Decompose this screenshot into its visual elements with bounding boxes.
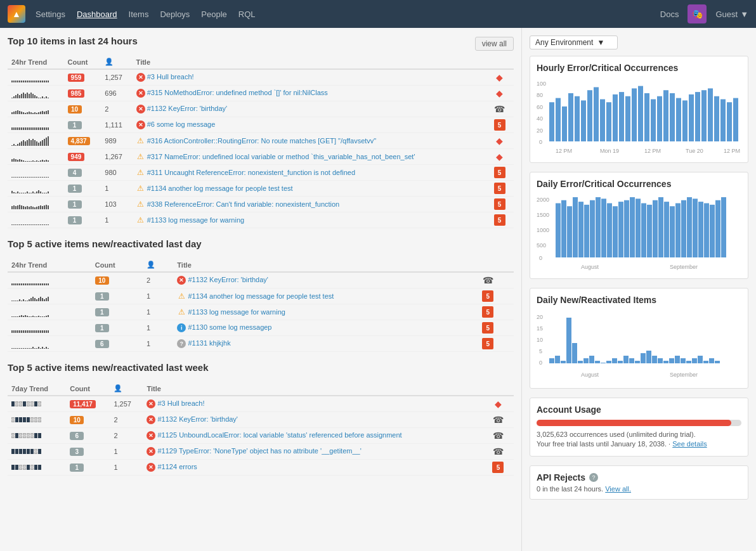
- trend-cell: [8, 101, 64, 117]
- title-cell[interactable]: ✕ #315 NoMethodError: undefined method `…: [133, 86, 490, 101]
- trend-cell: [8, 412, 66, 428]
- title-cell[interactable]: ✕ #3 Hull breach!: [133, 69, 490, 86]
- nav-rql[interactable]: RQL: [238, 10, 256, 19]
- title-cell[interactable]: ✕ #6 some log message: [133, 117, 490, 133]
- item-link[interactable]: #1132 KeyError: 'birthday': [157, 415, 238, 423]
- item-link[interactable]: #3 Hull breach!: [147, 73, 194, 81]
- nav-people[interactable]: People: [201, 10, 226, 19]
- table-row[interactable]: 4,837 989 ⚠ #316 ActionController::Routi…: [8, 133, 514, 149]
- env-dropdown[interactable]: Any Environment ▼: [530, 36, 618, 49]
- table-row[interactable]: 1 1 ⚠ #1134 another log message for peop…: [8, 288, 514, 304]
- docs-link[interactable]: Docs: [660, 10, 679, 19]
- title-cell[interactable]: ✕ #1124 errors: [143, 460, 488, 476]
- trend-cell: [8, 444, 66, 460]
- top5week-table: 7day Trend Count 👤 Title 11,417 1,257 ✕ …: [8, 382, 514, 476]
- svg-rect-48: [567, 206, 572, 257]
- svg-rect-83: [549, 358, 554, 363]
- item-link[interactable]: #6 some log message: [147, 120, 216, 128]
- item-link[interactable]: #1124 errors: [157, 463, 197, 470]
- table-row[interactable]: 3 1 ✕ #1129 TypeError: 'NoneType' object…: [8, 444, 514, 460]
- platform-cell: ◆: [490, 86, 514, 101]
- svg-rect-8: [562, 107, 567, 141]
- title-cell[interactable]: ⚠ #1134 another log message for people t…: [133, 181, 490, 197]
- title-cell[interactable]: ✕ #1125 UnboundLocalError: local variabl…: [143, 428, 488, 444]
- table-row[interactable]: 11,417 1,257 ✕ #3 Hull breach! ◆: [8, 396, 514, 412]
- table-row[interactable]: 10 2 ✕ #1132 KeyError: 'birthday' ☎: [8, 272, 514, 288]
- help-icon[interactable]: ?: [589, 473, 598, 482]
- svg-rect-33: [720, 100, 726, 142]
- title-cell[interactable]: ⚠ #316 ActionController::RoutingError: N…: [133, 133, 490, 149]
- table-row[interactable]: 10 2 ✕ #1132 KeyError: 'birthday' ☎: [8, 412, 514, 428]
- item-link[interactable]: #317 NameError: undefined local variable…: [147, 153, 415, 160]
- platform-cell: 5: [490, 197, 514, 212]
- count-cell: 103: [101, 197, 132, 212]
- title-cell[interactable]: ⚠ #1133 log message for warning: [133, 212, 490, 228]
- item-link[interactable]: #1134 another log message for people tes…: [147, 185, 293, 192]
- nav-dashboard[interactable]: Dashboard: [77, 10, 117, 19]
- svg-rect-102: [658, 358, 663, 363]
- item-link[interactable]: #311 Uncaught ReferenceError: nonexisten…: [147, 169, 355, 176]
- table-row[interactable]: 1 103 ⚠ #338 ReferenceError: Can't find …: [8, 197, 514, 212]
- top5day-table: 24hr Trend Count 👤 Title 10 2 ✕ #1132 Ke…: [8, 258, 514, 352]
- app-logo[interactable]: ▲: [8, 5, 25, 23]
- table-row[interactable]: 1 1,111 ✕ #6 some log message 5: [8, 117, 514, 133]
- nav-settings[interactable]: Settings: [36, 10, 65, 19]
- item-link[interactable]: #316 ActionController::RoutingError: No …: [147, 137, 377, 145]
- trend-cell: [8, 428, 66, 444]
- title-cell[interactable]: ✕ #1129 TypeError: 'NoneType' object has…: [143, 444, 488, 460]
- svg-text:60: 60: [537, 104, 543, 110]
- nav-deploys[interactable]: Deploys: [160, 10, 190, 19]
- item-link[interactable]: #1134 another log message for people tes…: [188, 292, 334, 300]
- title-cell[interactable]: ? #1131 khjkjhk: [173, 336, 478, 352]
- col-count: Count: [91, 258, 143, 272]
- title-cell[interactable]: ✕ #1132 KeyError: 'birthday': [173, 272, 478, 288]
- table-row[interactable]: 4 980 ⚠ #311 Uncaught ReferenceError: no…: [8, 165, 514, 181]
- table-row[interactable]: 1 1 ✕ #1124 errors 5: [8, 460, 514, 476]
- item-link[interactable]: #1133 log message for warning: [147, 216, 244, 224]
- item-link[interactable]: #315 NoMethodError: undefined method `[]…: [147, 89, 328, 96]
- table-row[interactable]: 949 1,267 ⚠ #317 NameError: undefined lo…: [8, 149, 514, 165]
- table-row[interactable]: 985 696 ✕ #315 NoMethodError: undefined …: [8, 86, 514, 101]
- count-cell: 989: [101, 133, 132, 149]
- item-link[interactable]: #1130 some log messagep: [188, 323, 271, 331]
- item-link[interactable]: #3 Hull breach!: [157, 399, 204, 407]
- table-row[interactable]: 6 2 ✕ #1125 UnboundLocalError: local var…: [8, 428, 514, 444]
- title-cell[interactable]: ✕ #3 Hull breach!: [143, 396, 488, 412]
- title-cell[interactable]: i #1130 some log messagep: [173, 320, 478, 336]
- badge-cell: 1: [91, 304, 143, 320]
- item-link[interactable]: #1132 KeyError: 'birthday': [147, 105, 228, 112]
- table-row[interactable]: 1 1 ⚠ #1133 log message for warning 5: [8, 304, 514, 320]
- svg-rect-99: [641, 353, 646, 363]
- count-cell: 1,257: [110, 396, 143, 412]
- table-row[interactable]: 10 2 ✕ #1132 KeyError: 'birthday' ☎: [8, 101, 514, 117]
- table-row[interactable]: 1 1 i #1130 some log messagep 5: [8, 320, 514, 336]
- svg-rect-63: [653, 200, 658, 257]
- title-cell[interactable]: ⚠ #338 ReferenceError: Can't find variab…: [133, 197, 490, 212]
- top10-view-all[interactable]: view all: [475, 37, 514, 51]
- table-row[interactable]: 959 1,257 ✕ #3 Hull breach! ◆: [8, 69, 514, 86]
- item-link[interactable]: #1133 log message for warning: [188, 308, 285, 316]
- title-cell[interactable]: ⚠ #1133 log message for warning: [173, 304, 478, 320]
- table-row[interactable]: 1 1 ⚠ #1133 log message for warning 5: [8, 212, 514, 228]
- item-link[interactable]: #1125 UnboundLocalError: local variable …: [157, 431, 401, 439]
- platform-cell: ◆: [490, 69, 514, 86]
- nav-items[interactable]: Items: [129, 10, 149, 19]
- title-cell[interactable]: ⚠ #311 Uncaught ReferenceError: nonexist…: [133, 165, 490, 181]
- svg-rect-67: [675, 204, 681, 258]
- see-details-link[interactable]: See details: [672, 440, 707, 448]
- title-cell[interactable]: ✕ #1132 KeyError: 'birthday': [143, 412, 488, 428]
- title-cell[interactable]: ⚠ #1134 another log message for people t…: [173, 288, 478, 304]
- title-cell[interactable]: ✕ #1132 KeyError: 'birthday': [133, 101, 490, 117]
- item-link[interactable]: #338 ReferenceError: Can't find variable…: [147, 200, 340, 208]
- daily-chart-svg: 2000 1500 1000 500 0 August September: [537, 194, 746, 270]
- table-row[interactable]: 6 1 ? #1131 khjkjhk 5: [8, 336, 514, 352]
- item-link[interactable]: #1129 TypeError: 'NoneType' object has n…: [157, 447, 361, 455]
- view-all-link[interactable]: View all.: [605, 485, 631, 493]
- platform-cell: 5: [490, 181, 514, 197]
- item-link[interactable]: #1131 khjkjhk: [188, 339, 230, 347]
- item-link[interactable]: #1132 KeyError: 'birthday': [188, 276, 268, 283]
- title-cell[interactable]: ⚠ #317 NameError: undefined local variab…: [133, 149, 490, 165]
- guest-menu[interactable]: Guest ▼: [715, 10, 748, 19]
- table-row[interactable]: 1 1 ⚠ #1134 another log message for peop…: [8, 181, 514, 197]
- trend-cell: [8, 320, 91, 336]
